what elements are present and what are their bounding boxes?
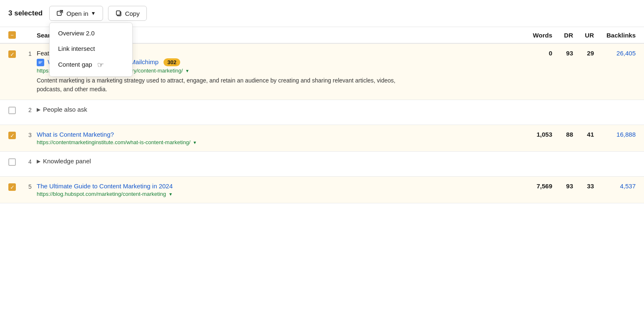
copy-label: Copy bbox=[125, 10, 140, 17]
menu-item-content-gap[interactable]: Content gap ☞ bbox=[50, 56, 132, 74]
row-3-backlinks[interactable]: 16,888 bbox=[616, 130, 636, 138]
toolbar: 3 selected Open in ▼ Overview 2.0 Link i… bbox=[0, 0, 644, 27]
row-1-description: Content marketing is a marketing strateg… bbox=[37, 76, 412, 94]
row-5-checkbox[interactable]: ✓ bbox=[8, 183, 16, 191]
select-all-checkbox[interactable]: − bbox=[8, 31, 16, 39]
open-in-button[interactable]: Open in ▼ bbox=[49, 6, 103, 21]
col-header-backlinks: Backlinks bbox=[606, 32, 636, 39]
row-3-content: What is Content Marketing? https://conte… bbox=[37, 131, 515, 145]
svg-rect-2 bbox=[116, 11, 120, 15]
url-arrow-icon[interactable]: ▾ bbox=[186, 68, 189, 74]
menu-item-link-intersect[interactable]: Link intersect bbox=[50, 41, 132, 56]
row-2-content: ▶ People also ask bbox=[37, 106, 515, 113]
row-3-link[interactable]: What is Content Marketing? bbox=[37, 131, 114, 138]
row-5-link[interactable]: The Ultimate Guide to Content Marketing … bbox=[37, 182, 173, 190]
open-in-icon bbox=[56, 10, 64, 17]
page-icon bbox=[37, 59, 44, 66]
row-5-url: https://blog.hubspot.com/marketing/conte… bbox=[37, 191, 515, 197]
copy-icon bbox=[115, 10, 123, 17]
row-5-ur: 33 bbox=[587, 182, 594, 190]
row-5-words: 7,569 bbox=[536, 182, 552, 190]
col-header-ur: UR bbox=[585, 32, 594, 39]
chevron-down-icon: ▼ bbox=[91, 10, 96, 16]
table-row: ✓ 5 The Ultimate Guide to Content Market… bbox=[0, 177, 644, 203]
url-arrow-icon[interactable]: ▾ bbox=[169, 191, 172, 197]
row-2-special: ▶ People also ask bbox=[37, 106, 515, 113]
row-4-content: ▶ Knowledge panel bbox=[37, 158, 515, 165]
row-3-num: 3 bbox=[23, 131, 37, 138]
row-1-num: 1 bbox=[23, 50, 37, 57]
row-5-content: The Ultimate Guide to Content Marketing … bbox=[37, 182, 515, 197]
row-4-checkbox[interactable] bbox=[8, 158, 16, 166]
row-4-special: ▶ Knowledge panel bbox=[37, 158, 515, 165]
row-3-ur: 41 bbox=[587, 130, 594, 138]
col-header-words: Words bbox=[533, 32, 552, 39]
open-in-dropdown: Open in ▼ Overview 2.0 Link intersect Co… bbox=[49, 6, 103, 21]
row-5-num: 5 bbox=[23, 182, 37, 190]
cursor-icon: ☞ bbox=[97, 60, 104, 70]
open-in-label: Open in bbox=[66, 10, 88, 17]
row-1-dr: 93 bbox=[566, 49, 573, 57]
row-5-dr: 93 bbox=[566, 182, 573, 190]
selected-count: 3 selected bbox=[8, 9, 43, 18]
row-2-num: 2 bbox=[23, 106, 37, 113]
row-1-badge: 302 bbox=[164, 58, 180, 66]
row-3-checkbox[interactable]: ✓ bbox=[8, 132, 16, 139]
row-5-backlinks[interactable]: 4,537 bbox=[620, 182, 636, 190]
row-1-backlinks[interactable]: 26,405 bbox=[616, 49, 636, 57]
row-3-words: 1,053 bbox=[536, 130, 552, 138]
row-3-url: https://contentmarketinginstitute.com/wh… bbox=[37, 139, 515, 145]
menu-item-overview[interactable]: Overview 2.0 bbox=[50, 25, 132, 41]
row-1-words: 0 bbox=[549, 49, 552, 57]
copy-button[interactable]: Copy bbox=[108, 6, 147, 21]
open-in-menu: Overview 2.0 Link intersect Content gap … bbox=[49, 22, 133, 77]
row-2-checkbox[interactable] bbox=[8, 107, 16, 114]
table-row: 4 ▶ Knowledge panel bbox=[0, 152, 644, 177]
table-row: 2 ▶ People also ask bbox=[0, 100, 644, 125]
row-4-label: Knowledge panel bbox=[43, 158, 91, 165]
row-1-checkbox[interactable]: ✓ bbox=[8, 50, 16, 58]
triangle-icon: ▶ bbox=[37, 107, 40, 112]
table-row: ✓ 3 What is Content Marketing? https://c… bbox=[0, 125, 644, 152]
row-1-ur: 29 bbox=[587, 49, 594, 57]
row-2-label: People also ask bbox=[43, 106, 87, 113]
url-arrow-icon[interactable]: ▾ bbox=[194, 140, 196, 145]
col-header-dr: DR bbox=[564, 32, 573, 39]
row-3-dr: 88 bbox=[566, 130, 573, 138]
triangle-icon: ▶ bbox=[37, 158, 40, 164]
row-4-num: 4 bbox=[23, 158, 37, 165]
